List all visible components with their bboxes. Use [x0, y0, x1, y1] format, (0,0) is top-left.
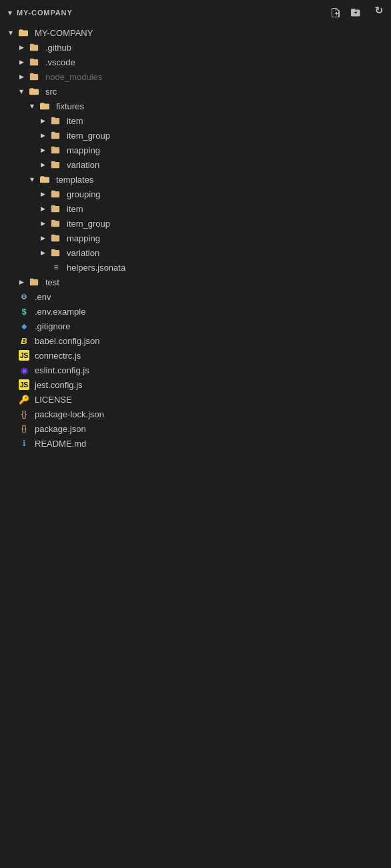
chevron-down-icon	[5, 27, 16, 38]
tree-item-helpers-jsonata[interactable]: ≡helpers.jsonata	[0, 260, 391, 275]
chevron-right-icon	[37, 159, 48, 170]
folder-icon	[29, 86, 40, 97]
tree-label-fixtures-variation: variation	[37, 159, 386, 170]
chevron-right-icon	[16, 71, 27, 82]
js-icon: JS	[19, 350, 29, 361]
tree-item-fixtures-mapping[interactable]: mapping	[0, 143, 391, 157]
item-name-package-json: package.json	[35, 424, 86, 434]
item-name-templates-variation: variation	[67, 248, 99, 258]
tree-label-github: .github	[16, 42, 386, 53]
folder-icon	[40, 174, 51, 185]
tree-label-env-example: $.env.example	[5, 306, 386, 317]
item-name-env-example: .env.example	[35, 307, 85, 317]
tree-label-package-json: {}package.json	[5, 423, 386, 434]
tree-label-templates: templates	[27, 174, 386, 185]
chevron-right-icon	[37, 130, 48, 141]
folder-icon	[51, 203, 61, 214]
tree-item-templates-variation[interactable]: variation	[0, 245, 391, 260]
chevron-right-icon	[37, 115, 48, 126]
json-icon: {}	[19, 409, 29, 419]
tree-label-connectrc: JSconnectrc.js	[5, 350, 386, 361]
new-file-icon[interactable]	[328, 5, 343, 20]
folder-icon	[40, 101, 51, 111]
tree-item-templates-item-group[interactable]: item_group	[0, 216, 391, 231]
tree-item-package-json[interactable]: {}package.json	[0, 421, 391, 436]
folder-icon	[29, 71, 40, 82]
chevron-down-icon	[27, 101, 37, 111]
item-name-license: LICENSE	[35, 395, 72, 405]
item-name-eslint-config: eslint.config.js	[35, 365, 89, 375]
chevron-right-icon	[16, 57, 27, 67]
chevron-right-icon	[37, 247, 48, 258]
item-name-package-lock: package-lock.json	[35, 409, 104, 419]
tree-item-eslint-config[interactable]: ◉eslint.config.js	[0, 363, 391, 377]
tree-item-templates-item[interactable]: item	[0, 201, 391, 216]
tree-item-fixtures[interactable]: fixtures	[0, 99, 391, 113]
item-name-src: src	[45, 87, 57, 97]
tree-item-node-modules[interactable]: node_modules	[0, 69, 391, 84]
tree-item-vscode[interactable]: .vscode	[0, 55, 391, 69]
file-lines-icon: ≡	[51, 262, 61, 273]
diamond-icon: ◆	[19, 321, 29, 331]
tree-item-templates[interactable]: templates	[0, 172, 391, 187]
tree-label-package-lock: {}package-lock.json	[5, 409, 386, 419]
tree-item-connectrc[interactable]: JSconnectrc.js	[0, 348, 391, 363]
refresh-icon[interactable]: ↺	[368, 5, 383, 20]
tree-item-templates-grouping[interactable]: grouping	[0, 187, 391, 201]
tree-item-fixtures-variation[interactable]: variation	[0, 157, 391, 172]
chevron-right-icon	[37, 233, 48, 243]
tree-label-test: test	[16, 277, 386, 287]
explorer-header: ▾ MY-COMPANY ↺	[0, 0, 391, 25]
file-tree: MY-COMPANY.github.vscodenode_modulessrcf…	[0, 25, 391, 451]
dollar-icon: $	[19, 306, 29, 317]
tree-item-readme[interactable]: ℹREADME.md	[0, 436, 391, 451]
tree-item-env[interactable]: ⚙.env	[0, 289, 391, 304]
tree-label-fixtures-item-group: item_group	[37, 130, 386, 141]
tree-label-env: ⚙.env	[5, 291, 386, 302]
tree-item-license[interactable]: 🔑LICENSE	[0, 392, 391, 407]
item-name-templates-grouping: grouping	[67, 189, 101, 199]
explorer-title: MY-COMPANY	[17, 9, 73, 17]
item-name-jest-config: jest.config.js	[35, 380, 83, 390]
folder-icon	[51, 159, 61, 170]
tree-item-jest-config[interactable]: JSjest.config.js	[0, 377, 391, 392]
item-name-env: .env	[35, 292, 51, 302]
tree-label-templates-mapping: mapping	[37, 233, 386, 243]
chevron-down-icon	[16, 86, 27, 97]
gear-icon: ⚙	[19, 291, 29, 302]
item-name-my-company: MY-COMPANY	[35, 28, 93, 38]
tree-item-templates-mapping[interactable]: mapping	[0, 231, 391, 245]
tree-item-github[interactable]: .github	[0, 40, 391, 55]
item-name-templates-item: item	[67, 204, 83, 214]
eslint-icon: ◉	[19, 365, 29, 375]
tree-item-babel-config[interactable]: Bbabel.config.json	[0, 333, 391, 348]
tree-item-gitignore[interactable]: ◆.gitignore	[0, 319, 391, 333]
tree-item-test[interactable]: test	[0, 275, 391, 289]
tree-item-my-company[interactable]: MY-COMPANY	[0, 25, 391, 40]
tree-label-templates-item-group: item_group	[37, 218, 386, 229]
folder-icon	[51, 189, 61, 199]
folder-icon	[51, 145, 61, 155]
item-name-fixtures-item: item	[67, 116, 83, 126]
tree-item-env-example[interactable]: $.env.example	[0, 304, 391, 319]
item-name-templates-mapping: mapping	[67, 233, 100, 243]
tree-item-fixtures-item[interactable]: item	[0, 113, 391, 128]
item-name-fixtures-item-group: item_group	[67, 131, 110, 141]
tree-label-my-company: MY-COMPANY	[5, 27, 386, 38]
chevron-down-icon	[27, 174, 37, 185]
tree-item-fixtures-item-group[interactable]: item_group	[0, 128, 391, 143]
item-name-gitignore: .gitignore	[35, 321, 70, 331]
folder-icon	[51, 218, 61, 229]
item-name-templates: templates	[56, 175, 93, 185]
chevron-right-icon	[37, 203, 48, 214]
tree-item-package-lock[interactable]: {}package-lock.json	[0, 407, 391, 421]
item-name-fixtures-mapping: mapping	[67, 145, 100, 155]
item-name-fixtures-variation: variation	[67, 160, 99, 170]
tree-item-src[interactable]: src	[0, 84, 391, 99]
header-left: ▾ MY-COMPANY	[8, 9, 73, 17]
babel-icon: B	[19, 335, 29, 346]
chevron-right-icon	[37, 145, 48, 155]
collapse-icon[interactable]: ▾	[8, 9, 13, 17]
new-folder-icon[interactable]	[348, 5, 363, 20]
item-name-fixtures: fixtures	[56, 101, 84, 111]
